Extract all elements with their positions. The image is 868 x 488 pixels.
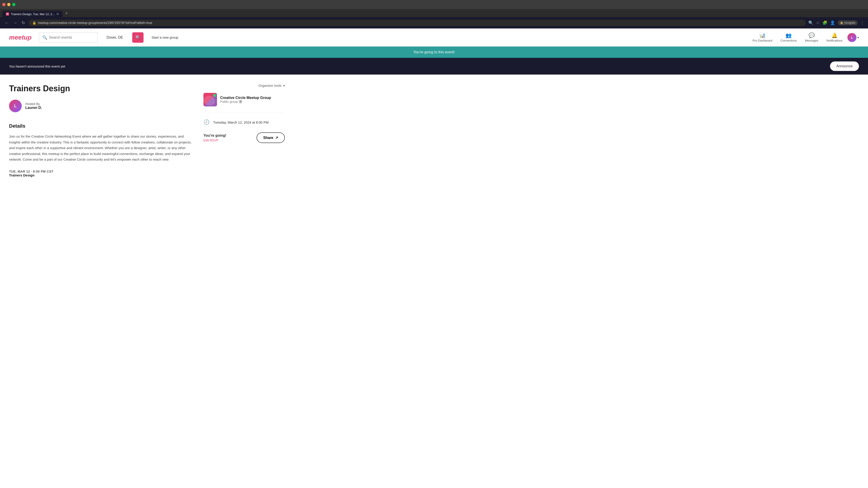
not-announced-text: You haven't announced this event yet bbox=[9, 64, 65, 68]
host-label: Hosted By bbox=[25, 102, 42, 106]
address-bar: ← → ↻ 🔒 meetup.com/creative-circle-meetu… bbox=[0, 17, 868, 29]
messages-label: Messages bbox=[805, 39, 818, 42]
search-button[interactable]: 🔍 bbox=[132, 32, 144, 43]
clock-icon: 🕗 bbox=[204, 119, 210, 125]
group-type: Public group ? bbox=[220, 100, 271, 103]
bookmark-icon[interactable]: ☆ bbox=[816, 20, 819, 25]
datetime-text: Tuesday, March 12, 2024 at 8:00 PM bbox=[213, 121, 269, 124]
group-logo bbox=[204, 93, 217, 106]
search-btn-icon: 🔍 bbox=[135, 35, 141, 40]
new-tab-button[interactable]: + bbox=[63, 10, 70, 17]
host-section: L Hosted By Lauren D. bbox=[9, 100, 194, 112]
pro-dashboard-label: Pro Dashboard bbox=[752, 39, 772, 42]
close-button[interactable] bbox=[2, 3, 5, 6]
search-bar[interactable]: 🔍 bbox=[39, 32, 98, 43]
address-bar-actions: 🔍 ☆ 🧩 👤 🕵️ Incognito ⋮ bbox=[808, 20, 864, 25]
active-tab[interactable]: M Trainers Design, Tue, Mar 12, 2... ✕ bbox=[2, 11, 63, 17]
maximize-button[interactable] bbox=[12, 3, 16, 6]
start-group-button[interactable]: Start a new group bbox=[149, 35, 181, 39]
search-icon: 🔍 bbox=[42, 35, 47, 40]
avatar: L bbox=[847, 33, 857, 42]
share-label: Share bbox=[264, 136, 273, 140]
connections-label: Connections bbox=[780, 39, 797, 42]
event-title: Trainers Design bbox=[9, 84, 194, 93]
info-icon[interactable]: ? bbox=[239, 100, 242, 103]
going-banner: You're going to this event! bbox=[0, 46, 868, 58]
user-avatar-menu[interactable]: L ▾ bbox=[847, 33, 859, 42]
incognito-label: Incognito bbox=[844, 21, 855, 24]
event-datetime: 🕗 Tuesday, March 12, 2024 at 8:00 PM bbox=[204, 119, 285, 125]
reload-button[interactable]: ↻ bbox=[21, 20, 26, 26]
going-banner-text: You're going to this event! bbox=[413, 50, 455, 54]
event-date-label: TUE, MAR 12 · 8:00 PM CST bbox=[9, 170, 194, 173]
browser-chrome: M Trainers Design, Tue, Mar 12, 2... ✕ +… bbox=[0, 0, 868, 29]
nav-pro-dashboard[interactable]: 📊 Pro Dashboard bbox=[749, 31, 775, 44]
event-name-sub: Trainers Design bbox=[9, 173, 194, 177]
share-button[interactable]: Share ↗ bbox=[256, 132, 285, 143]
menu-icon[interactable]: ⋮ bbox=[860, 20, 864, 25]
right-column: Organizer tools ▾ Creative Circle Meetup… bbox=[204, 84, 285, 177]
url-text: meetup.com/creative-circle-meetup-group/… bbox=[38, 21, 152, 25]
notifications-label: Notifications bbox=[827, 39, 842, 42]
browser-titlebar bbox=[0, 0, 868, 9]
people-icon: 👥 bbox=[785, 33, 792, 38]
url-bar[interactable]: 🔒 meetup.com/creative-circle-meetup-grou… bbox=[29, 20, 806, 26]
tab-bar: M Trainers Design, Tue, Mar 12, 2... ✕ + bbox=[0, 9, 868, 17]
group-info: Creative Circle Meetup Group Public grou… bbox=[220, 96, 271, 103]
nav-connections[interactable]: 👥 Connections bbox=[777, 31, 800, 44]
incognito-badge: 🕵️ Incognito bbox=[838, 20, 858, 25]
search-input[interactable] bbox=[49, 35, 94, 39]
group-name: Creative Circle Meetup Group bbox=[220, 96, 271, 100]
tab-title: Trainers Design, Tue, Mar 12, 2... bbox=[11, 12, 55, 16]
incognito-icon: 🕵️ bbox=[840, 21, 843, 24]
details-heading: Details bbox=[9, 123, 194, 129]
nav-messages[interactable]: 💬 Messages bbox=[802, 31, 822, 44]
back-button[interactable]: ← bbox=[4, 20, 9, 26]
going-section: You're going! Edit RSVP Share ↗ bbox=[204, 131, 285, 143]
left-column: Trainers Design L Hosted By Lauren D. De… bbox=[9, 84, 194, 177]
tab-favicon-icon: M bbox=[6, 12, 9, 15]
message-icon: 💬 bbox=[809, 33, 815, 38]
going-label: You're going! bbox=[204, 133, 226, 137]
main-content: Trainers Design L Hosted By Lauren D. De… bbox=[0, 74, 316, 186]
tab-close-button[interactable]: ✕ bbox=[56, 12, 59, 16]
chevron-down-icon: ▾ bbox=[857, 36, 859, 39]
forward-button[interactable]: → bbox=[12, 20, 18, 26]
meetup-header: meetup 🔍 Dover, DE 🔍 Start a new group 📊… bbox=[0, 29, 868, 46]
lock-icon: 🔒 bbox=[32, 21, 36, 25]
search-extensions-icon[interactable]: 🔍 bbox=[808, 20, 813, 25]
window-controls bbox=[2, 3, 16, 6]
profile-icon[interactable]: 👤 bbox=[830, 20, 835, 25]
location-display: Dover, DE bbox=[103, 35, 127, 39]
minimize-button[interactable] bbox=[7, 3, 10, 6]
host-name: Lauren D. bbox=[25, 106, 42, 110]
group-type-text: Public group bbox=[220, 100, 238, 103]
nav-notifications[interactable]: 🔔 Notifications bbox=[823, 31, 846, 44]
going-highlight-text: You're going! bbox=[204, 133, 226, 137]
organizer-tools-row[interactable]: Organizer tools ▾ bbox=[204, 84, 285, 88]
going-info: You're going! Edit RSVP bbox=[204, 133, 226, 142]
chart-icon: 📊 bbox=[759, 33, 765, 38]
announce-button[interactable]: Announce bbox=[830, 61, 859, 71]
group-card: Creative Circle Meetup Group Public grou… bbox=[204, 93, 285, 113]
organizer-tools-label: Organizer tools bbox=[258, 84, 281, 88]
chevron-down-icon: ▾ bbox=[283, 84, 285, 88]
bell-icon: 🔔 bbox=[831, 33, 837, 38]
share-icon: ↗ bbox=[275, 135, 278, 140]
extensions-icon[interactable]: 🧩 bbox=[822, 20, 827, 25]
meetup-logo[interactable]: meetup bbox=[9, 34, 32, 41]
not-announced-banner: You haven't announced this event yet Ann… bbox=[0, 58, 868, 74]
host-info: Hosted By Lauren D. bbox=[25, 102, 42, 110]
edit-rsvp-link[interactable]: Edit RSVP bbox=[204, 138, 226, 142]
event-description: Join us for the Creative Circle Networki… bbox=[9, 133, 194, 162]
event-date-section: TUE, MAR 12 · 8:00 PM CST Trainers Desig… bbox=[9, 170, 194, 177]
header-nav: 📊 Pro Dashboard 👥 Connections 💬 Messages… bbox=[749, 31, 859, 44]
host-avatar: L bbox=[9, 100, 22, 112]
meetup-site: meetup 🔍 Dover, DE 🔍 Start a new group 📊… bbox=[0, 29, 868, 186]
